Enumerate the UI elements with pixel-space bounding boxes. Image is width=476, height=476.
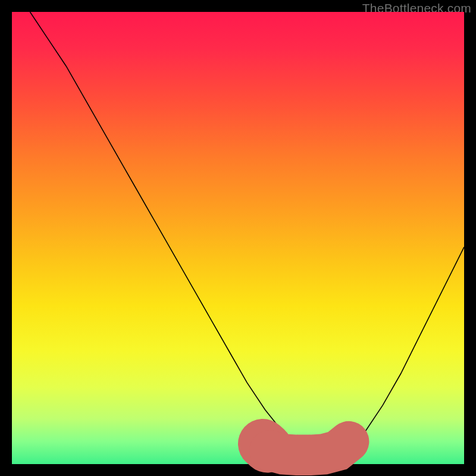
curve-svg [12, 12, 464, 464]
main-curve [30, 12, 464, 455]
highlight-segment [270, 441, 349, 455]
chart-container: TheBottleneck.com [0, 0, 476, 476]
plot-area [12, 12, 464, 464]
